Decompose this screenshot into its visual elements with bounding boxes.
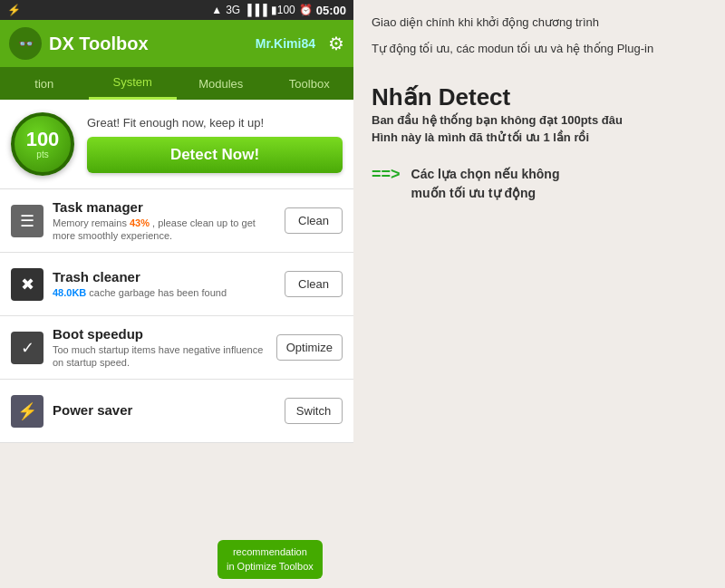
score-message: Great! Fit enough now, keep it up!: [87, 116, 343, 130]
tooltip-badge: recommendation in Optimize Toolbox: [218, 540, 323, 579]
status-time: 05:00: [316, 4, 346, 17]
app-header: 👓 DX Toolbox Mr.Kimi84 ⚙: [0, 20, 353, 67]
task-manager-desc: Memory remains 43% , please clean up to …: [53, 217, 276, 243]
power-saver-title: Power saver: [53, 402, 276, 418]
trash-icon-symbol: ✖: [21, 275, 34, 294]
choice-line1: Các lựa chọn nếu không: [411, 165, 560, 184]
task-manager-highlight: 43%: [130, 217, 150, 228]
tooltip-line1: recommendation: [233, 546, 307, 557]
left-panel: ⚡ ▲ 3G ▐▐▐ ▮100 ⏰ 05:00 👓 DX Toolbox Mr.…: [0, 0, 353, 588]
signal-3g-icon: 3G: [226, 4, 240, 16]
glasses-icon: 👓: [18, 36, 34, 51]
trash-cleaner-icon: ✖: [11, 268, 44, 301]
boot-icon-symbol: ✓: [21, 338, 34, 358]
trash-cleaner-title: Trash cleaner: [53, 269, 276, 284]
trash-cleaner-clean-button[interactable]: Clean: [285, 271, 343, 297]
tab-system-label: System: [113, 75, 152, 89]
score-section: 100 pts Great! Fit enough now, keep it u…: [0, 100, 353, 189]
user-name[interactable]: Mr.Kimi84: [256, 36, 315, 51]
list-item-task-manager: ☰ Task manager Memory remains 43% , plea…: [0, 189, 353, 253]
task-manager-text: Task manager Memory remains 43% , please…: [53, 199, 276, 243]
list-item-trash-cleaner: ✖ Trash cleaner 48.0KB cache garbage has…: [0, 253, 353, 316]
power-saver-switch-button[interactable]: Switch: [285, 398, 343, 424]
task-icon-symbol: ☰: [20, 211, 34, 231]
tab-toolbox-label: Toolbox: [289, 77, 330, 91]
boot-speedup-title: Boot speedup: [53, 326, 267, 342]
power-saver-text: Power saver: [53, 402, 276, 419]
usb-icon: ⚡: [7, 4, 21, 16]
right-text-1: Giao diện chính khi khởi động chương trì…: [372, 14, 707, 31]
tab-toolbox[interactable]: Toolbox: [266, 67, 354, 100]
right-panel: Giao diện chính khi khởi động chương trì…: [353, 0, 725, 588]
detect-sub-1: Ban đầu hệ thống bạn không đạt 100pts đâ…: [372, 111, 707, 130]
choice-text-block: Các lựa chọn nếu không muốn tối ưu tự độ…: [411, 165, 560, 203]
status-bar: ⚡ ▲ 3G ▐▐▐ ▮100 ⏰ 05:00: [0, 0, 353, 20]
tab-system[interactable]: System: [89, 67, 178, 100]
boot-speedup-optimize-button[interactable]: Optimize: [276, 334, 343, 361]
task-manager-icon: ☰: [11, 205, 44, 237]
task-manager-clean-button[interactable]: Clean: [285, 207, 343, 234]
tab-tion[interactable]: tion: [0, 67, 89, 100]
score-pts: pts: [36, 149, 48, 159]
tooltip-line2: in Optimize Toolbox: [227, 561, 314, 572]
task-manager-title: Task manager: [53, 199, 276, 215]
list-area: ☰ Task manager Memory remains 43% , plea…: [0, 189, 353, 588]
power-saver-icon: ⚡: [11, 395, 44, 428]
app-logo: 👓: [9, 27, 42, 60]
right-text-2: Tự động tối ưu, các modun tối ưu và hệ t…: [372, 40, 707, 58]
signal-bars-icon: ▐▐▐: [244, 4, 267, 16]
score-right: Great! Fit enough now, keep it up! Detec…: [87, 116, 343, 173]
tabs-bar: tion System Modules Toolbox: [0, 67, 353, 100]
boot-speedup-icon: ✓: [11, 332, 44, 364]
arrow-section: ==> Các lựa chọn nếu không muốn tối ưu t…: [372, 165, 707, 203]
trash-cleaner-text: Trash cleaner 48.0KB cache garbage has b…: [53, 269, 276, 299]
alarm-icon: ⏰: [299, 4, 313, 16]
choice-line2: muốn tối ưu tự động: [411, 184, 560, 203]
arrow-icon: ==>: [372, 165, 401, 184]
list-item-power-saver: ⚡ Power saver Switch: [0, 380, 353, 443]
wifi-icon: ▲: [211, 4, 222, 16]
status-bar-right: ▲ 3G ▐▐▐ ▮100 ⏰ 05:00: [211, 4, 346, 17]
score-circle: 100 pts: [11, 112, 74, 176]
status-bar-left: ⚡: [7, 4, 21, 16]
tab-modules[interactable]: Modules: [177, 67, 266, 100]
boot-speedup-text: Boot speedup Too much startup items have…: [53, 326, 267, 370]
settings-icon[interactable]: ⚙: [328, 33, 344, 54]
trash-cleaner-highlight: 48.0KB: [53, 287, 86, 298]
power-icon-symbol: ⚡: [17, 401, 37, 421]
tab-modules-label: Modules: [198, 77, 243, 91]
tab-tion-label: tion: [34, 77, 53, 91]
trash-cleaner-desc: 48.0KB cache garbage has been found: [53, 286, 276, 299]
detect-sub-2: Hình này là mình đã thử tối ưu 1 lần rồi: [372, 129, 707, 147]
battery-icon: ▮100: [271, 4, 295, 16]
boot-speedup-desc: Too much startup items have negative inf…: [53, 343, 267, 370]
score-number: 100: [26, 130, 60, 149]
detect-now-button[interactable]: Detect Now!: [87, 137, 343, 173]
app-title: DX Toolbox: [49, 34, 248, 54]
detect-heading: Nhấn Detect: [372, 83, 707, 111]
list-item-boot-speedup: ✓ Boot speedup Too much startup items ha…: [0, 316, 353, 380]
detect-section: Nhấn Detect Ban đầu hệ thống bạn không đ…: [372, 78, 707, 147]
